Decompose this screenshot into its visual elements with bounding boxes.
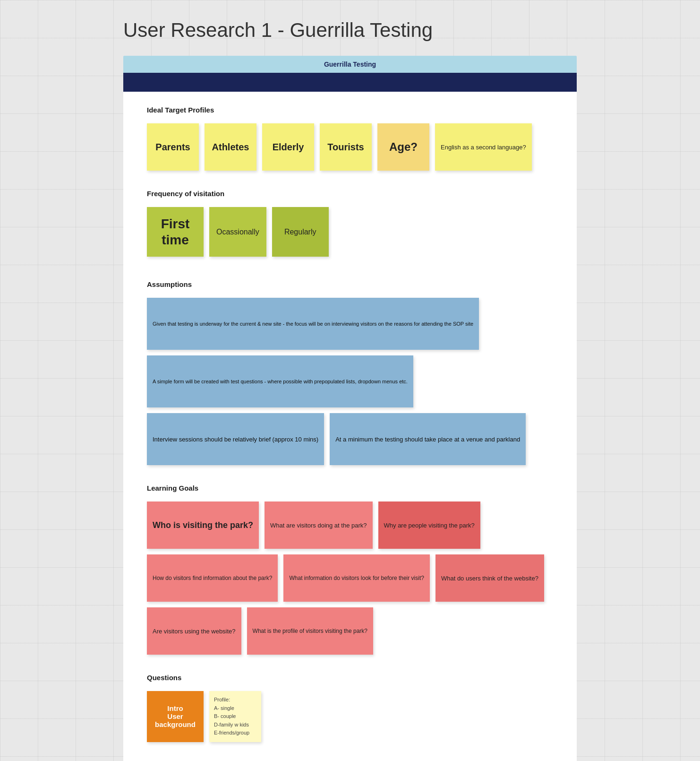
- learning-goals-notes: Who is visiting the park? What are visit…: [147, 502, 553, 655]
- list-item: Athletes: [205, 123, 256, 171]
- page-title: User Research 1 - Guerrilla Testing: [123, 19, 577, 42]
- section-questions: Questions IntroUserbackground Profile:A-…: [147, 674, 553, 742]
- list-item: IntroUserbackground: [147, 691, 204, 742]
- frequency-title: Frequency of visitation: [147, 190, 553, 198]
- list-item: Are visitors using the website?: [147, 607, 241, 655]
- section-ideal-target: Ideal Target Profiles Parents Athletes E…: [147, 106, 553, 171]
- page-container: User Research 1 - Guerrilla Testing Guer…: [114, 0, 586, 761]
- list-item: Tourists: [320, 123, 372, 171]
- list-item: Regularly: [272, 207, 329, 257]
- list-item: Elderly: [262, 123, 314, 171]
- frequency-notes: Firsttime Ocassionally Regularly: [147, 207, 553, 257]
- section-learning-goals: Learning Goals Who is visiting the park?…: [147, 484, 553, 655]
- list-item: Interview sessions should be relatively …: [147, 413, 324, 465]
- list-item: What information do visitors look for be…: [283, 554, 429, 602]
- list-item: What do users think of the website?: [435, 554, 544, 602]
- list-item: Why are people visiting the park?: [378, 502, 480, 549]
- tab-bar[interactable]: Guerrilla Testing: [123, 56, 577, 73]
- list-item: Firsttime: [147, 207, 204, 257]
- list-item: Profile:A- singleB- coupleD-family w kid…: [209, 691, 261, 742]
- list-item: Given that testing is underway for the c…: [147, 298, 479, 350]
- list-item: What is the profile of visitors visiting…: [247, 607, 373, 655]
- content-area: Ideal Target Profiles Parents Athletes E…: [123, 92, 577, 761]
- title-bold: User Research 1 -: [123, 19, 284, 41]
- list-item: How do visitors find information about t…: [147, 554, 278, 602]
- assumptions-title: Assumptions: [147, 280, 553, 288]
- ideal-target-notes: Parents Athletes Elderly Tourists Age? E…: [147, 123, 553, 171]
- questions-title: Questions: [147, 674, 553, 682]
- list-item: English as a second language?: [435, 123, 532, 171]
- tab-label: Guerrilla Testing: [133, 61, 567, 68]
- list-item: What are visitors doing at the park?: [265, 502, 373, 549]
- learning-goals-title: Learning Goals: [147, 484, 553, 492]
- list-item: Age?: [377, 123, 429, 171]
- list-item: A simple form will be created with test …: [147, 355, 413, 407]
- list-item: At a minimum the testing should take pla…: [330, 413, 526, 465]
- ideal-target-title: Ideal Target Profiles: [147, 106, 553, 114]
- assumptions-notes: Given that testing is underway for the c…: [147, 298, 553, 465]
- dark-bar: [123, 73, 577, 92]
- list-item: Who is visiting the park?: [147, 502, 259, 549]
- section-frequency: Frequency of visitation Firsttime Ocassi…: [147, 190, 553, 257]
- questions-notes: IntroUserbackground Profile:A- singleB- …: [147, 691, 553, 742]
- title-normal: Guerrilla Testing: [284, 19, 433, 41]
- list-item: Parents: [147, 123, 199, 171]
- list-item: Ocassionally: [209, 207, 266, 257]
- section-assumptions: Assumptions Given that testing is underw…: [147, 280, 553, 465]
